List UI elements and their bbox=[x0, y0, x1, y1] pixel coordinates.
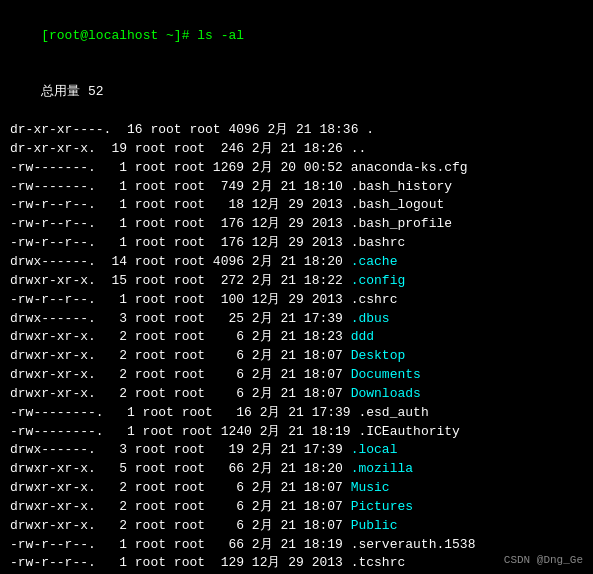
file-name: anaconda-ks.cfg bbox=[351, 160, 468, 175]
table-row: drwxr-xr-x. 2 root root 6 2月 21 18:07 Pi… bbox=[10, 498, 583, 517]
file-name: .esd_auth bbox=[358, 405, 428, 420]
table-row: drwxr-xr-x. 15 root root 272 2月 21 18:22… bbox=[10, 272, 583, 291]
table-row: drwx------. 3 root root 25 2月 21 17:39 .… bbox=[10, 310, 583, 329]
file-name: .serverauth.1538 bbox=[351, 537, 476, 552]
table-row: -rw-r--r--. 1 root root 100 12月 29 2013 … bbox=[10, 291, 583, 310]
table-row: drwx------. 14 root root 4096 2月 21 18:2… bbox=[10, 253, 583, 272]
table-row: drwxr-xr-x. 2 root root 6 2月 21 18:07 Do… bbox=[10, 366, 583, 385]
file-meta: -rw-r--r--. 1 root root 129 12月 29 2013 bbox=[10, 555, 351, 570]
file-meta: drwxr-xr-x. 2 root root 6 2月 21 18:07 bbox=[10, 518, 351, 533]
file-meta: -rw-r--r--. 1 root root 18 12月 29 2013 bbox=[10, 197, 351, 212]
file-name: Music bbox=[351, 480, 390, 495]
file-name: Documents bbox=[351, 367, 421, 382]
file-name: .bash_logout bbox=[351, 197, 445, 212]
file-meta: drwxr-xr-x. 2 root root 6 2月 21 18:07 bbox=[10, 499, 351, 514]
file-name: ddd bbox=[351, 329, 374, 344]
file-name: .dbus bbox=[351, 311, 390, 326]
file-meta: drwxr-xr-x. 15 root root 272 2月 21 18:22 bbox=[10, 273, 351, 288]
table-row: -rw-r--r--. 1 root root 66 2月 21 18:19 .… bbox=[10, 536, 583, 555]
file-meta: -rw--------. 1 root root 16 2月 21 17:39 bbox=[10, 405, 358, 420]
file-meta: drwxr-xr-x. 5 root root 66 2月 21 18:20 bbox=[10, 461, 351, 476]
file-meta: -rw-r--r--. 1 root root 176 12月 29 2013 bbox=[10, 235, 351, 250]
table-row: -rw--------. 1 root root 1240 2月 21 18:1… bbox=[10, 423, 583, 442]
file-meta: drwx------. 3 root root 19 2月 21 17:39 bbox=[10, 442, 351, 457]
file-name: .. bbox=[351, 141, 367, 156]
table-row: drwx------. 3 root root 19 2月 21 17:39 .… bbox=[10, 441, 583, 460]
file-name: Desktop bbox=[351, 348, 406, 363]
file-name: .ICEauthority bbox=[358, 424, 459, 439]
file-name: .cache bbox=[351, 254, 398, 269]
table-row: -rw-r--r--. 1 root root 176 12月 29 2013 … bbox=[10, 234, 583, 253]
file-name: .cshrc bbox=[351, 292, 398, 307]
terminal: [root@localhost ~]# ls -al 总用量 52 dr-xr-… bbox=[10, 8, 583, 574]
table-row: -rw-r--r--. 1 root root 176 12月 29 2013 … bbox=[10, 215, 583, 234]
total-line: 总用量 52 bbox=[10, 65, 583, 122]
file-meta: drwxr-xr-x. 2 root root 6 2月 21 18:07 bbox=[10, 480, 351, 495]
file-name: .local bbox=[351, 442, 398, 457]
file-name: .bash_history bbox=[351, 179, 452, 194]
watermark-text: CSDN @Dng_Ge bbox=[504, 554, 583, 566]
total-label: 总用量 52 bbox=[41, 84, 103, 99]
table-row: drwxr-xr-x. 2 root root 6 2月 21 18:07 Do… bbox=[10, 385, 583, 404]
table-row: -rw-------. 1 root root 1269 2月 20 00:52… bbox=[10, 159, 583, 178]
file-name: .mozilla bbox=[351, 461, 413, 476]
file-meta: -rw-r--r--. 1 root root 100 12月 29 2013 bbox=[10, 292, 351, 307]
file-meta: dr-xr-xr-x. 19 root root 246 2月 21 18:26 bbox=[10, 141, 351, 156]
table-row: -rw--------. 1 root root 16 2月 21 17:39 … bbox=[10, 404, 583, 423]
table-row: drwxr-xr-x. 2 root root 6 2月 21 18:23 dd… bbox=[10, 328, 583, 347]
table-row: drwxr-xr-x. 2 root root 6 2月 21 18:07 Mu… bbox=[10, 479, 583, 498]
file-name: Public bbox=[351, 518, 398, 533]
file-name: .bash_profile bbox=[351, 216, 452, 231]
file-name: . bbox=[366, 122, 374, 137]
table-row: dr-xr-xr-x. 19 root root 246 2月 21 18:26… bbox=[10, 140, 583, 159]
table-row: drwxr-xr-x. 5 root root 66 2月 21 18:20 .… bbox=[10, 460, 583, 479]
command-line: [root@localhost ~]# ls -al bbox=[10, 8, 583, 65]
file-meta: -rw-r--r--. 1 root root 66 2月 21 18:19 bbox=[10, 537, 351, 552]
file-name: Pictures bbox=[351, 499, 413, 514]
table-row: -rw-r--r--. 1 root root 129 12月 29 2013 … bbox=[10, 554, 583, 573]
file-meta: drwx------. 14 root root 4096 2月 21 18:2… bbox=[10, 254, 351, 269]
table-row: drwxr-xr-x. 2 root root 6 2月 21 18:07 Pu… bbox=[10, 517, 583, 536]
file-name: .tcshrc bbox=[351, 555, 406, 570]
file-meta: drwx------. 3 root root 25 2月 21 17:39 bbox=[10, 311, 351, 326]
file-meta: drwxr-xr-x. 2 root root 6 2月 21 18:07 bbox=[10, 386, 351, 401]
file-name: Downloads bbox=[351, 386, 421, 401]
table-row: -rw-------. 1 root root 749 2月 21 18:10 … bbox=[10, 178, 583, 197]
file-meta: -rw-r--r--. 1 root root 176 12月 29 2013 bbox=[10, 216, 351, 231]
file-name: .config bbox=[351, 273, 406, 288]
file-meta: drwxr-xr-x. 2 root root 6 2月 21 18:07 bbox=[10, 367, 351, 382]
file-meta: dr-xr-xr----. 16 root root 4096 2月 21 18… bbox=[10, 122, 366, 137]
file-meta: -rw--------. 1 root root 1240 2月 21 18:1… bbox=[10, 424, 358, 439]
table-row: drwxr-xr-x. 2 root root 6 2月 21 18:07 De… bbox=[10, 347, 583, 366]
table-row: dr-xr-xr----. 16 root root 4096 2月 21 18… bbox=[10, 121, 583, 140]
file-meta: -rw-------. 1 root root 1269 2月 20 00:52 bbox=[10, 160, 351, 175]
file-meta: drwxr-xr-x. 2 root root 6 2月 21 18:23 bbox=[10, 329, 351, 344]
file-meta: drwxr-xr-x. 2 root root 6 2月 21 18:07 bbox=[10, 348, 351, 363]
prompt-text: [root@localhost ~]# ls -al bbox=[41, 28, 244, 43]
file-list: dr-xr-xr----. 16 root root 4096 2月 21 18… bbox=[10, 121, 583, 574]
file-name: .bashrc bbox=[351, 235, 406, 250]
file-meta: -rw-------. 1 root root 749 2月 21 18:10 bbox=[10, 179, 351, 194]
table-row: -rw-r--r--. 1 root root 18 12月 29 2013 .… bbox=[10, 196, 583, 215]
